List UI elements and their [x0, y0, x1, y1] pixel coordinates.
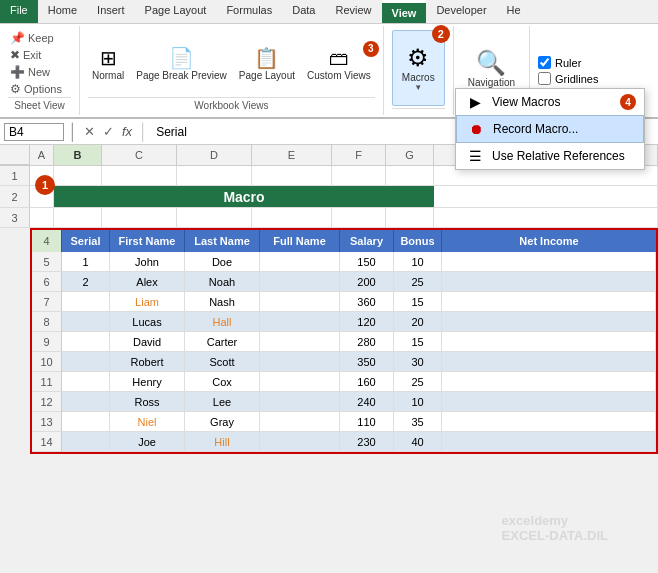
cell-f12[interactable]: 240: [340, 392, 394, 412]
ruler-checkbox[interactable]: [538, 56, 551, 69]
cell-e11[interactable]: [260, 372, 340, 392]
tab-file[interactable]: File: [0, 0, 38, 23]
cell-d12[interactable]: Lee: [185, 392, 260, 412]
cell-f1[interactable]: [332, 166, 386, 186]
cell-g3[interactable]: [386, 208, 434, 228]
cell-f9[interactable]: 280: [340, 332, 394, 352]
cell-h6[interactable]: [442, 272, 656, 292]
cell-c9[interactable]: David: [110, 332, 185, 352]
col-header-e[interactable]: E: [252, 145, 332, 165]
cell-h12[interactable]: [442, 392, 656, 412]
cell-e3[interactable]: [252, 208, 332, 228]
cell-e4[interactable]: Full Name: [260, 230, 340, 252]
cell-b1[interactable]: [54, 166, 102, 186]
cell-c12[interactable]: Ross: [110, 392, 185, 412]
cell-b12[interactable]: [62, 392, 110, 412]
cell-e14[interactable]: [260, 432, 340, 452]
cancel-btn[interactable]: ✕: [82, 124, 97, 139]
cell-b8[interactable]: [62, 312, 110, 332]
ruler-checkbox-label[interactable]: Ruler: [538, 56, 602, 69]
cell-b9[interactable]: [62, 332, 110, 352]
macros-button[interactable]: ⚙ Macros ▼ 2: [392, 30, 445, 106]
gridlines-checkbox-label[interactable]: Gridlines: [538, 72, 602, 85]
cell-f14[interactable]: 230: [340, 432, 394, 452]
cell-g8[interactable]: 20: [394, 312, 442, 332]
view-macros-item[interactable]: ▶ View Macros 4: [456, 89, 644, 115]
new-button[interactable]: ➕ New: [8, 64, 71, 80]
cell-d4[interactable]: Last Name: [185, 230, 260, 252]
cell-b10[interactable]: [62, 352, 110, 372]
cell-d11[interactable]: Cox: [185, 372, 260, 392]
cell-c3[interactable]: [102, 208, 177, 228]
cell-e10[interactable]: [260, 352, 340, 372]
cell-h9[interactable]: [442, 332, 656, 352]
cell-h7[interactable]: [442, 292, 656, 312]
cell-e12[interactable]: [260, 392, 340, 412]
cell-g12[interactable]: 10: [394, 392, 442, 412]
cell-c1[interactable]: [102, 166, 177, 186]
cell-e7[interactable]: [260, 292, 340, 312]
col-header-a[interactable]: A: [30, 145, 54, 165]
cell-d8[interactable]: Hall: [185, 312, 260, 332]
exit-button[interactable]: ✖ Exit: [8, 47, 71, 63]
cell-e1[interactable]: [252, 166, 332, 186]
cell-d9[interactable]: Carter: [185, 332, 260, 352]
custom-views-button[interactable]: 🗃 Custom Views 3: [303, 45, 375, 83]
cell-f13[interactable]: 110: [340, 412, 394, 432]
tab-review[interactable]: Review: [325, 0, 381, 23]
cell-b11[interactable]: [62, 372, 110, 392]
tab-insert[interactable]: Insert: [87, 0, 135, 23]
cell-b4[interactable]: Serial: [62, 230, 110, 252]
cell-e9[interactable]: [260, 332, 340, 352]
cell-d7[interactable]: Nash: [185, 292, 260, 312]
cell-c4[interactable]: First Name: [110, 230, 185, 252]
record-macro-item[interactable]: ⏺ Record Macro...: [456, 115, 644, 143]
cell-h10[interactable]: [442, 352, 656, 372]
cell-a3[interactable]: [30, 208, 54, 228]
col-header-c[interactable]: C: [102, 145, 177, 165]
tab-help[interactable]: He: [497, 0, 531, 23]
cell-f10[interactable]: 350: [340, 352, 394, 372]
cell-f4[interactable]: Salary: [340, 230, 394, 252]
col-header-g[interactable]: G: [386, 145, 434, 165]
cell-g14[interactable]: 40: [394, 432, 442, 452]
cell-d5[interactable]: Doe: [185, 252, 260, 272]
cell-h13[interactable]: [442, 412, 656, 432]
cell-e6[interactable]: [260, 272, 340, 292]
cell-g1[interactable]: [386, 166, 434, 186]
normal-button[interactable]: ⊞ Normal: [88, 44, 128, 83]
cell-d14[interactable]: Hill: [185, 432, 260, 452]
cell-g13[interactable]: 35: [394, 412, 442, 432]
cell-g11[interactable]: 25: [394, 372, 442, 392]
cell-b5[interactable]: 1: [62, 252, 110, 272]
tab-page-layout[interactable]: Page Layout: [135, 0, 217, 23]
cell-h5[interactable]: [442, 252, 656, 272]
tab-developer[interactable]: Developer: [426, 0, 496, 23]
cell-c11[interactable]: Henry: [110, 372, 185, 392]
options-button[interactable]: ⚙ Options: [8, 81, 71, 97]
cell-c14[interactable]: Joe: [110, 432, 185, 452]
cell-g6[interactable]: 25: [394, 272, 442, 292]
tab-home[interactable]: Home: [38, 0, 87, 23]
tab-view[interactable]: View: [382, 0, 427, 23]
cell-c6[interactable]: Alex: [110, 272, 185, 292]
cell-c5[interactable]: John: [110, 252, 185, 272]
title-cell[interactable]: Macro: [54, 186, 434, 208]
cell-d13[interactable]: Gray: [185, 412, 260, 432]
cell-b7[interactable]: [62, 292, 110, 312]
cell-f7[interactable]: 360: [340, 292, 394, 312]
cell-h11[interactable]: [442, 372, 656, 392]
cell-c7[interactable]: Liam: [110, 292, 185, 312]
cell-e13[interactable]: [260, 412, 340, 432]
tab-formulas[interactable]: Formulas: [216, 0, 282, 23]
cell-e8[interactable]: [260, 312, 340, 332]
col-header-d[interactable]: D: [177, 145, 252, 165]
cell-b14[interactable]: [62, 432, 110, 452]
cell-d6[interactable]: Noah: [185, 272, 260, 292]
col-header-f[interactable]: F: [332, 145, 386, 165]
cell-f5[interactable]: 150: [340, 252, 394, 272]
cell-c8[interactable]: Lucas: [110, 312, 185, 332]
gridlines-checkbox[interactable]: [538, 72, 551, 85]
page-layout-button[interactable]: 📋 Page Layout: [235, 44, 299, 83]
name-box[interactable]: [4, 123, 64, 141]
